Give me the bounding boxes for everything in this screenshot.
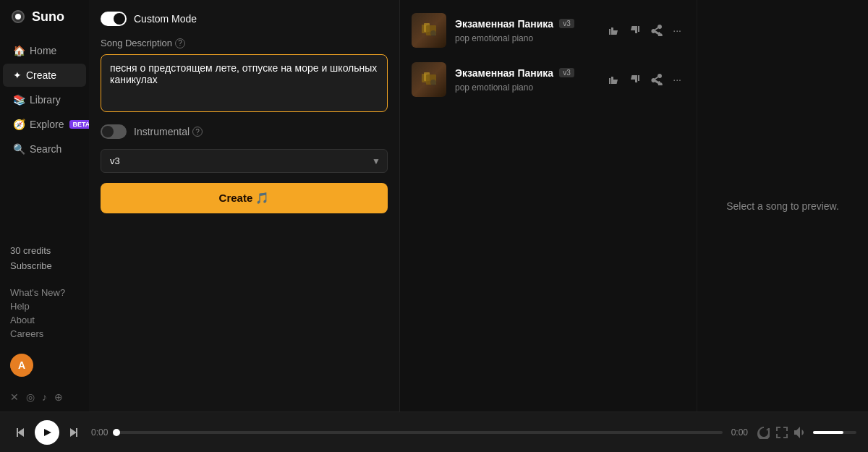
expand-button[interactable] [775, 426, 788, 439]
song-description-label: Song Description ? [101, 38, 388, 48]
next-button[interactable] [65, 424, 82, 441]
songs-panel: Экзаменная Паника v3 pop emotional piano… [400, 0, 697, 412]
song-description-textarea[interactable]: песня о предстоящем лете, отпуске на мор… [101, 54, 388, 112]
help-link[interactable]: Help [10, 301, 79, 312]
tiktok-icon[interactable]: ♪ [42, 391, 47, 403]
sidebar-item-create[interactable]: ✦ Create [3, 64, 86, 87]
song-version-badge: v3 [559, 68, 574, 77]
sidebar-links: What's New? Help About Careers [10, 287, 79, 339]
table-row[interactable]: Экзаменная Паника v3 pop emotional piano… [400, 55, 697, 104]
svg-point-8 [430, 80, 436, 85]
share-button[interactable] [647, 70, 666, 89]
explore-icon: 🧭 [13, 119, 25, 130]
volume-fill [813, 431, 843, 434]
player-controls [12, 420, 82, 445]
more-options-button[interactable]: ··· [669, 70, 685, 89]
song-tags: pop emotional piano [455, 82, 533, 93]
song-info: Экзаменная Паника v3 pop emotional piano [455, 67, 595, 93]
play-icon [42, 427, 52, 438]
table-row[interactable]: Экзаменная Паника v3 pop emotional piano… [400, 6, 697, 55]
discord-icon[interactable]: ⊕ [54, 391, 63, 403]
expand-icon [775, 426, 788, 439]
previous-icon [14, 427, 26, 438]
suno-logo-icon [10, 9, 26, 25]
about-link[interactable]: About [10, 315, 79, 325]
preview-panel: Select a song to preview. [697, 0, 868, 412]
like-button[interactable] [604, 21, 623, 40]
share-button[interactable] [647, 21, 666, 40]
volume-bar[interactable] [813, 431, 856, 434]
instagram-icon[interactable]: ◎ [26, 391, 35, 403]
song-actions: ··· [604, 70, 685, 89]
version-select-wrap: v3 v2 v1 ▼ [101, 149, 388, 173]
instrumental-toggle[interactable] [101, 124, 127, 139]
credits-text: 30 credits [10, 245, 79, 256]
home-icon: 🏠 [13, 45, 25, 56]
sidebar: Suno 🏠 Home ✦ Create 📚 Library 🧭 Explore… [0, 0, 89, 412]
next-icon [68, 427, 80, 438]
volume-icon [794, 426, 807, 439]
version-select[interactable]: v3 v2 v1 [101, 149, 388, 173]
share-icon [651, 74, 663, 85]
user-avatar[interactable]: A [10, 354, 33, 377]
player-bar: 0:00 0:00 [0, 412, 868, 452]
thumbs-up-icon [608, 74, 619, 85]
current-time: 0:00 [91, 427, 108, 438]
song-thumbnail [412, 62, 446, 97]
song-title: Экзаменная Паника [455, 18, 553, 30]
preview-placeholder-text: Select a song to preview. [726, 200, 839, 212]
like-button[interactable] [604, 70, 623, 89]
dislike-button[interactable] [626, 70, 644, 89]
svg-point-0 [15, 14, 21, 20]
song-thumb-image [419, 69, 439, 90]
instrumental-label: Instrumental ? [134, 126, 203, 137]
song-title: Экзаменная Паника [455, 67, 553, 79]
sidebar-item-home[interactable]: 🏠 Home [3, 39, 86, 62]
previous-button[interactable] [12, 424, 29, 441]
subscribe-button[interactable]: Subscribe [10, 260, 79, 271]
custom-mode-label: Custom Mode [134, 13, 197, 25]
create-icon: ✦ [13, 69, 22, 81]
share-icon [651, 25, 663, 36]
create-panel: Custom Mode Song Description ? песня о п… [89, 0, 400, 412]
logo-text: Suno [32, 9, 64, 25]
song-thumb-image [419, 20, 439, 40]
song-thumbnail [412, 13, 446, 48]
logo[interactable]: Suno [0, 9, 89, 39]
instrumental-info-icon[interactable]: ? [192, 127, 203, 137]
total-time: 0:00 [731, 427, 748, 438]
library-icon: 📚 [13, 94, 25, 106]
thumbs-down-icon [629, 25, 641, 36]
sidebar-item-explore[interactable]: 🧭 Explore BETA [3, 113, 86, 136]
custom-mode-toggle[interactable] [101, 12, 127, 26]
careers-link[interactable]: Careers [10, 328, 79, 339]
svg-point-4 [430, 30, 436, 36]
song-title-row: Экзаменная Паника v3 [455, 67, 595, 79]
sidebar-item-library[interactable]: 📚 Library [3, 88, 86, 111]
song-actions: ··· [604, 21, 685, 40]
search-icon: 🔍 [13, 143, 25, 155]
loop-icon [757, 426, 770, 439]
twitter-x-icon[interactable]: ✕ [10, 391, 19, 403]
whats-new-link[interactable]: What's New? [10, 287, 79, 298]
dislike-button[interactable] [626, 21, 644, 40]
song-tags: pop emotional piano [455, 33, 533, 43]
song-info: Экзаменная Паника v3 pop emotional piano [455, 18, 595, 43]
volume-button[interactable] [794, 426, 807, 439]
song-description-info-icon[interactable]: ? [175, 38, 185, 48]
progress-dot [113, 429, 120, 436]
play-button[interactable] [35, 420, 59, 445]
sidebar-item-search[interactable]: 🔍 Search [3, 137, 86, 161]
progress-bar[interactable] [116, 431, 722, 434]
custom-mode-row: Custom Mode [101, 12, 388, 26]
thumbs-up-icon [608, 25, 619, 36]
create-button[interactable]: Create 🎵 [101, 183, 388, 213]
player-right-controls [757, 426, 856, 439]
more-options-button[interactable]: ··· [669, 21, 685, 40]
song-title-row: Экзаменная Паника v3 [455, 18, 595, 30]
thumbs-down-icon [629, 74, 641, 85]
song-version-badge: v3 [559, 19, 574, 28]
sidebar-nav: 🏠 Home ✦ Create 📚 Library 🧭 Explore BETA… [0, 39, 89, 245]
sidebar-footer: 30 credits Subscribe What's New? Help Ab… [0, 245, 89, 403]
loop-button[interactable] [757, 426, 770, 439]
